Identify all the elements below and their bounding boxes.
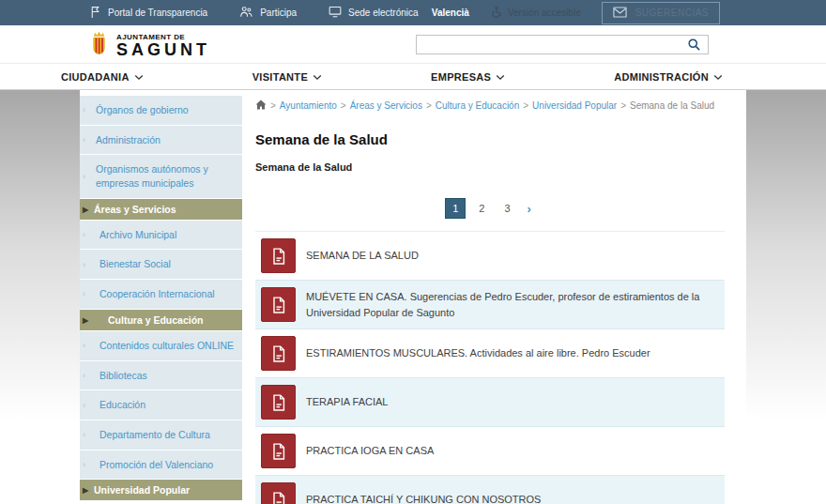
nav-item-ciudadania[interactable]: CIUDADANIA (61, 71, 144, 83)
sidebar-item-departamento-de-cultura[interactable]: ›Departamento de Cultura (80, 420, 242, 450)
sidebar-item-administracion[interactable]: ›Administración (80, 126, 242, 155)
sidebar-item-promocion-del-valenciano[interactable]: ›Promoción del Valenciano (80, 451, 242, 480)
chevron-right-icon: › (83, 340, 85, 352)
topbar-link-portal-de-transparencia[interactable]: Portal de Transparencia (89, 6, 207, 21)
site-logo[interactable]: AJUNTAMENT DE SAGUNT (89, 30, 210, 61)
document-icon (261, 482, 296, 504)
breadcrumb-current: Semana de la Salud (630, 100, 714, 111)
breadcrumb-link-universidad-popular[interactable]: Universidad Popular (532, 100, 617, 111)
breadcrumb-link-areas-y-servicios[interactable]: Áreas y Servicios (350, 100, 422, 111)
sidebar-item-educacion[interactable]: ›Educación (80, 390, 242, 420)
sidebar-item-label: Bibliotecas (99, 370, 147, 381)
document-row-practica-ioga-en-casa[interactable]: PRACTICA IOGA EN CASA (255, 427, 725, 476)
logo-line-2: SAGUNT (116, 41, 210, 59)
search-button[interactable] (680, 36, 708, 53)
chevron-right-icon: › (83, 134, 85, 146)
pagination-page-3[interactable]: 3 (497, 199, 516, 218)
sidebar-item-label: Cooperación Internacional (99, 288, 215, 299)
chevron-right-icon: › (83, 258, 85, 270)
pagination-page-1[interactable]: 1 (445, 198, 466, 219)
nav-item-label: VISITANTE (252, 71, 308, 83)
transparency-icon (89, 6, 101, 21)
search-input[interactable] (417, 36, 680, 53)
pagination-page-2[interactable]: 2 (472, 199, 491, 218)
document-row-practica-taichi-y-chikung[interactable]: PRACTICA TAICHÍ Y CHIKUNG CON NOSOTROS (255, 476, 725, 504)
document-icon (261, 336, 296, 371)
accessible-version-link[interactable]: Versión accesible (490, 6, 581, 20)
nav-item-empresas[interactable]: EMPRESAS (431, 71, 505, 83)
breadcrumb-link-cultura-y-educacion[interactable]: Cultura y Educación (436, 100, 520, 111)
suggestions-button[interactable]: SUGERENCIAS (602, 2, 720, 24)
triangle-right-icon: ▶ (83, 205, 88, 213)
top-utility-bar: Portal de TransparenciaParticipaSede ele… (0, 0, 826, 25)
topbar-link-participa[interactable]: Participa (239, 6, 297, 20)
breadcrumb: >Ayuntamiento>Áreas y Servicios>Cultura … (255, 99, 746, 112)
document-row-estiramientos-musculares-actividades-al[interactable]: ESTIRAMIENTOS MUSCULARES. Actividades al… (255, 329, 725, 378)
coat-of-arms-icon (89, 30, 109, 61)
breadcrumb-link-ayuntamiento[interactable]: Ayuntamiento (280, 100, 337, 111)
chevron-right-icon: › (83, 288, 85, 300)
topbar-link-label: Sede electrónica (348, 8, 419, 18)
participa-icon (239, 6, 253, 20)
chevron-right-icon: › (83, 459, 85, 471)
page-title: Semana de la Salud (255, 131, 746, 147)
document-row-semana-de-la-salud[interactable]: SEMANA DE LA SALUD (255, 232, 725, 281)
chevron-right-icon: › (83, 171, 85, 183)
sede-electronica-icon (329, 6, 342, 20)
home-icon (255, 99, 267, 112)
topbar-link-sede-electronica[interactable]: Sede electrónica (329, 6, 419, 20)
language-toggle[interactable]: Valencià (432, 8, 469, 18)
sidebar-item-label: Administración (96, 134, 161, 145)
document-title: ESTIRAMIENTOS MUSCULARES. Actividades al… (306, 345, 650, 361)
chevron-down-icon (496, 71, 505, 83)
document-icon (261, 434, 296, 468)
topbar-link-label: Portal de Transparencia (108, 8, 207, 18)
sidebar-item-bibliotecas[interactable]: ›Bibliotecas (80, 361, 242, 390)
envelope-icon (613, 7, 627, 20)
chevron-right-icon: › (83, 104, 85, 116)
sidebar-item-archivo-municipal[interactable]: ›Archivo Municipal (80, 221, 242, 250)
sidebar-item-contenidos-culturales-online[interactable]: ›Contenidos culturales ONLINE (80, 331, 242, 360)
chevron-right-icon: › (83, 399, 85, 411)
sidebar-item-bienestar-social[interactable]: ›Bienestar Social (80, 250, 242, 279)
nav-item-label: EMPRESAS (431, 71, 491, 83)
suggestions-label: SUGERENCIAS (635, 8, 709, 18)
chevron-right-icon: › (83, 370, 85, 382)
site-header: AJUNTAMENT DE SAGUNT (0, 25, 826, 63)
breadcrumb-separator: > (426, 100, 432, 111)
sidebar-item-organos-de-gobierno[interactable]: ›Órganos de gobierno (80, 96, 242, 125)
document-row-muevete-en-casa-sugerencias[interactable]: MUÉVETE EN CASA. Sugerencias de Pedro Es… (255, 281, 725, 329)
document-title: MUÉVETE EN CASA. Sugerencias de Pedro Es… (306, 289, 715, 320)
nav-item-visitante[interactable]: VISITANTE (252, 71, 322, 83)
chevron-right-icon: › (83, 429, 85, 441)
chevron-down-icon (713, 71, 723, 83)
sidebar-item-organismos-autonomos-y-empresas-municipales[interactable]: ›Organismos autónomos y empresas municip… (80, 155, 242, 197)
content-area: ›Órganos de gobierno›Administración›Orga… (80, 90, 746, 504)
nav-item-label: ADMINISTRACIÓN (614, 71, 709, 83)
document-title: PRACTICA IOGA EN CASA (306, 443, 434, 459)
document-icon (261, 385, 296, 420)
sidebar-item-cooperacion-internacional[interactable]: ›Cooperación Internacional (80, 280, 242, 309)
main-column: >Ayuntamiento>Áreas y Servicios>Cultura … (242, 90, 746, 504)
accessibility-icon (490, 6, 502, 20)
sidebar-item-cultura-y-educacion[interactable]: ▶Cultura y Educación (80, 310, 242, 330)
document-row-terapia-facial[interactable]: TERAPIA FACIAL (255, 378, 725, 427)
search-box (416, 35, 709, 54)
topbar-link-label: Participa (260, 8, 297, 18)
sidebar-menu: ›Órganos de gobierno›Administración›Orga… (80, 90, 242, 504)
sidebar-item-label: Cultura y Educación (108, 314, 204, 326)
sidebar-item-areas-y-servicios[interactable]: ▶Áreas y Servicios (80, 199, 242, 220)
topbar-links: Portal de TransparenciaParticipaSede ele… (89, 6, 419, 21)
accessible-version-label: Versión accesible (508, 8, 581, 18)
sidebar-item-universidad-popular[interactable]: ▶Universidad Popular (80, 480, 242, 500)
document-icon (261, 238, 296, 273)
breadcrumb-separator: > (523, 100, 528, 111)
breadcrumb-separator: > (270, 100, 276, 111)
document-title: PRACTICA TAICHÍ Y CHIKUNG CON NOSOTROS (306, 492, 541, 504)
sidebar-item-label: Áreas y Servicios (94, 204, 176, 215)
pagination-next-icon[interactable]: › (524, 202, 535, 216)
chevron-down-icon (313, 71, 322, 83)
nav-item-administracion[interactable]: ADMINISTRACIÓN (614, 71, 723, 83)
logo-text: AJUNTAMENT DE SAGUNT (116, 33, 210, 59)
main-navigation: CIUDADANIAVISITANTEEMPRESASADMINISTRACIÓ… (0, 63, 826, 90)
